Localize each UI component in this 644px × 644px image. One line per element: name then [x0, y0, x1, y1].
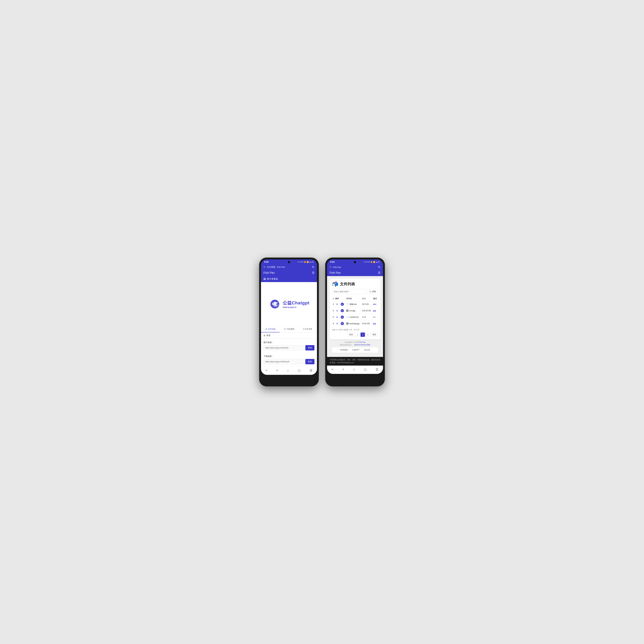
file-table-head: # 操作 文件名 大小 格式: [332, 296, 378, 301]
screen-content-1: 🖼 图片查看器: [261, 276, 317, 366]
nav-menu-2[interactable]: ☰: [376, 368, 378, 371]
uptime-label: 本站已安全运行：: [340, 344, 353, 346]
footer-area: Copyright © 2024 Fish Pan 本站已安全运行： 108天9…: [330, 339, 380, 354]
file-table-header-row: # 操作 文件名 大小 格式: [332, 296, 378, 301]
file-actions-2: ⬇ | ▶: [335, 308, 345, 314]
file-table: # 操作 文件名 大小 格式 1 ⬇ | ▶: [332, 296, 378, 327]
file-icon-3: 📄: [346, 316, 349, 318]
nav-home-1[interactable]: ⌂: [287, 369, 289, 372]
copy-image-link-button[interactable]: 复制: [305, 345, 314, 350]
download-link-label: 下载链接：: [264, 355, 314, 358]
footer-copyright: Copyright © 2024 Fish Pan: [332, 341, 378, 343]
file-size-1: 26.5 KB: [361, 301, 372, 308]
tab-code-call[interactable]: </> 代码调用: [280, 326, 298, 332]
file-name-text-3: ceshitxt.txt: [350, 316, 359, 318]
signal-icons-1: 🔔 📶 ☁ 6G: [304, 261, 314, 263]
nav-tabs-1[interactable]: ◻: [298, 369, 301, 372]
network-speed-2: 5.93 KB/s: [364, 261, 370, 263]
play-icon-1[interactable]: ▶: [341, 303, 344, 306]
page-1[interactable]: 1: [361, 333, 365, 337]
play-icon-2[interactable]: ▶: [341, 309, 344, 312]
uptime-value: 108天9小时54分50秒: [354, 344, 370, 346]
nav-menu-1[interactable]: ☰: [310, 369, 312, 372]
app-bar-title-row-2: 🛡 Fish Pan: [330, 266, 341, 268]
nav-forward-1[interactable]: >: [276, 369, 278, 372]
mailbox-icon: 📬: [332, 281, 338, 287]
manage-row[interactable]: ⚙ 管理: [261, 333, 317, 339]
refresh-icon-1[interactable]: ↻: [312, 265, 314, 269]
status-time-2: 9:54: [330, 261, 335, 263]
download-icon-2[interactable]: ⬇: [335, 309, 339, 313]
nav-tabs-2[interactable]: ◻: [364, 368, 367, 371]
file-name-text-4: touxiang.jpg: [349, 322, 359, 325]
hamburger-menu-2[interactable]: ☰: [378, 271, 380, 275]
app-bar-title-1: 文件查看 - Fish Pan: [267, 266, 285, 269]
logo-url-text: www.ycyyy.cn: [283, 306, 310, 308]
manage-label: 管理: [266, 334, 270, 337]
file-num-2: 2: [332, 308, 335, 314]
file-list-card: 📬 文件列表 🔍 搜索 # 操作: [330, 279, 380, 339]
svg-point-8: [274, 305, 274, 305]
copy-download-link-button[interactable]: 复制: [305, 359, 314, 364]
image-preview-area: 公益Chatgpt www.ycyyy.cn: [261, 282, 317, 326]
svg-point-3: [273, 303, 274, 303]
table-row: 2 ⬇ | ▶ 🖼 1so.jpg 126.59 KB jpg: [332, 308, 378, 314]
pagination-row: 首页 « 1 » 尾页: [332, 333, 378, 337]
nav-home-2[interactable]: ⌂: [353, 368, 355, 371]
bottom-nav-1: < > ⌂ ◻ ☰: [261, 366, 317, 375]
download-link-row: https://pan.ycyyy.cn/down.ph 复制: [264, 359, 314, 364]
file-name-text-2: 1so.jpg: [349, 310, 355, 312]
file-name-cell-3: 📄 ceshitxt.txt: [346, 314, 361, 320]
hamburger-menu-1[interactable]: ☰: [312, 271, 314, 275]
svg-point-4: [273, 303, 273, 303]
footer-link-gpt[interactable]: 公益GPT: [352, 349, 360, 351]
page-last[interactable]: 尾页: [371, 333, 378, 337]
app-bar-top-1: 🛡 文件查看 - Fish Pan ↻: [261, 264, 317, 270]
file-format-1: doc: [372, 301, 378, 308]
signal-icons-2: 🔔 📶 ☁ 67: [370, 261, 380, 263]
app-bar-title-2: Fish Pan: [333, 266, 341, 268]
file-list-content: 📬 文件列表 🔍 搜索 # 操作: [327, 276, 383, 357]
refresh-icon-2[interactable]: ↻: [378, 265, 380, 269]
search-input[interactable]: [332, 289, 366, 294]
table-row: 1 ⬇ | ▶ 📄 模板.doc 26.5 KB doc: [332, 301, 378, 308]
footer-link-onetb[interactable]: OneTB: [364, 349, 370, 351]
tab-file-link[interactable]: 🔗 文件外链: [261, 326, 280, 332]
file-name-text-1: 模板.doc: [350, 303, 357, 306]
file-actions-1: ⬇ | ▶: [335, 301, 345, 308]
image-link-label: 图片链接：: [264, 341, 314, 344]
file-actions-4: ⬇ | ▶: [335, 320, 345, 327]
download-icon-3[interactable]: ⬇: [335, 315, 339, 319]
download-icon-4[interactable]: ⬇: [335, 322, 339, 325]
play-icon-4[interactable]: ▶: [341, 322, 344, 325]
fish-logo-svg: [269, 299, 281, 309]
nav-back-1[interactable]: <: [266, 369, 267, 372]
footer-uptime: 本站已安全运行： 108天9小时54分50秒: [332, 344, 378, 346]
status-icons-1: 1.97 KB/s 🔔 📶 ☁ 6G: [297, 261, 314, 263]
download-icon-1[interactable]: ⬇: [335, 302, 339, 306]
file-icon-1: 📄: [346, 303, 349, 305]
col-size: 大小: [361, 296, 372, 301]
status-icons-2: 5.93 KB/s 🔔 📶 ☁ 67: [364, 261, 380, 263]
app-subtitle-text-1: Fish Pan: [264, 271, 275, 275]
download-link-section: 下载链接： https://pan.ycyyy.cn/down.ph 复制: [261, 353, 317, 366]
nav-forward-2[interactable]: >: [342, 368, 344, 371]
search-button[interactable]: 🔍 搜索: [367, 289, 378, 294]
preview-placeholder: 公益Chatgpt www.ycyyy.cn: [269, 299, 310, 309]
tab-file-detail[interactable]: ℹ 文件详情: [298, 326, 317, 332]
app-bar-title-row-1: 🛡 文件查看 - Fish Pan: [264, 266, 285, 269]
file-icon-2: 🖼: [346, 309, 348, 312]
nav-back-2[interactable]: <: [332, 368, 333, 371]
page-next[interactable]: »: [366, 333, 370, 337]
image-viewer-header: 🖼 图片查看器: [261, 276, 317, 282]
page-prev[interactable]: «: [355, 333, 360, 337]
app-bar-subtitle-2: Fish Pan ☰: [327, 270, 383, 276]
page-first[interactable]: 首页: [347, 333, 355, 337]
phone-1-screen: 9:56 1.97 KB/s 🔔 📶 ☁ 6G 🛡 文件查看 - Fish Pa…: [261, 259, 317, 375]
phone-1: 9:56 1.97 KB/s 🔔 📶 ☁ 6G 🛡 文件查看 - Fish Pa…: [259, 258, 319, 386]
friendly-links-label: 友情链接：: [340, 349, 350, 351]
pagination-info: 共有 4 个文件 当前第 1 页，共 1 页: [332, 329, 378, 331]
play-icon-3[interactable]: ▶: [341, 316, 344, 319]
col-filename: 文件名: [346, 296, 361, 301]
file-name-cell-4: 🖼 touxiang.jpg: [346, 320, 361, 327]
